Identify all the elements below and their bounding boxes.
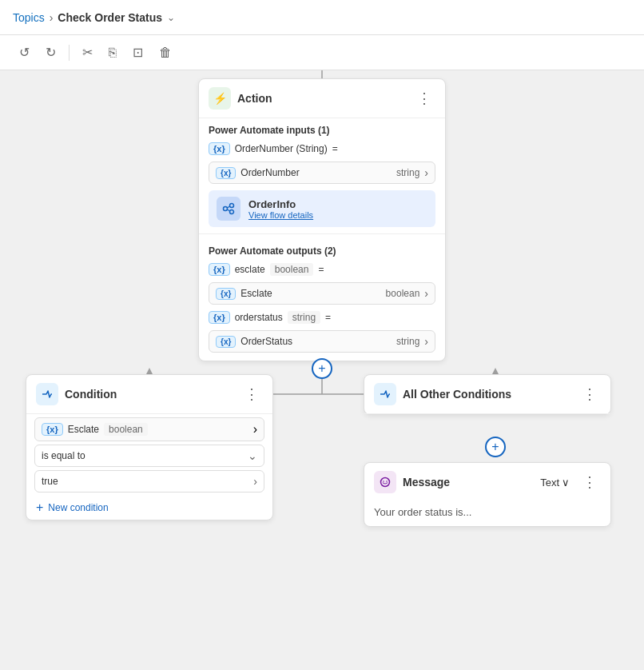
output1-eq: = [318,264,324,275]
other-conditions-title: All Other Conditions [403,388,573,401]
new-condition-label: New condition [48,502,108,513]
output1-field-arrow: › [424,287,428,300]
output2-var-row: {x} orderstatus string = [199,308,445,327]
section-divider [199,233,445,234]
input-var-badge: {x} [209,142,230,155]
output1-field-name: Esclate [241,288,380,299]
input-field-arrow: › [424,166,428,179]
other-conditions-header: All Other Conditions ⋮ [364,375,610,414]
action-icon: ⚡ [209,87,231,110]
inputs-label: Power Automate inputs (1) [199,118,445,139]
breadcrumb-separator: › [50,11,54,24]
condition-menu-button[interactable]: ⋮ [241,384,263,405]
output1-badge: {x} [209,263,230,276]
breadcrumb-chevron[interactable]: ⌄ [167,12,175,23]
other-conditions-card: All Other Conditions ⋮ [364,374,611,415]
copy-button[interactable]: ⎘ [102,41,123,65]
condition-operator-label: is equal to [42,450,85,461]
message-type-selector[interactable]: Text ∨ [540,477,570,489]
input-var-eq: = [332,143,338,154]
svg-point-12 [230,210,234,214]
add-node-button[interactable]: + [312,358,332,379]
breadcrumb-current: Check Order Status [58,11,162,24]
action-card: ⚡ Action ⋮ Power Automate inputs (1) {x}… [198,78,446,361]
toolbar-divider [69,45,70,61]
svg-line-14 [228,209,230,211]
paste-button[interactable]: ⊡ [126,40,149,65]
flow-link[interactable]: View flow details [248,210,313,220]
message-title: Message [403,476,534,489]
output1-type: boolean [270,263,314,276]
breadcrumb-current-label: Check Order Status [58,11,162,24]
message-card: Message Text ∨ ⋮ Your order status is... [364,462,611,527]
action-card-header: ⚡ Action ⋮ [199,79,445,118]
flow-name: OrderInfo [248,198,313,210]
output2-field-type: string [396,336,419,347]
other-conditions-icon [374,383,396,405]
svg-line-13 [228,206,230,208]
condition-var-arrow: › [253,422,257,437]
message-card-header: Message Text ∨ ⋮ [364,463,610,501]
svg-marker-7 [146,368,153,374]
condition-icon [36,383,58,405]
output1-field-row[interactable]: {x} Esclate boolean › [209,282,435,305]
output2-badge: {x} [209,311,230,324]
output2-field-name: OrderStatus [241,336,392,347]
topics-link[interactable]: Topics [13,11,45,24]
input-var-name: OrderNumber (String) [235,143,328,154]
condition-operator-row[interactable]: is equal to ⌄ [34,445,264,467]
condition-var-type: boolean [104,423,148,436]
condition-value-label: true [42,476,58,487]
action-title: Action [237,92,407,105]
undo-button[interactable]: ↺ [13,40,36,65]
condition-value-arrow: › [253,475,257,488]
svg-point-17 [386,481,388,482]
output2-field-arrow: › [424,335,428,348]
message-menu-button[interactable]: ⋮ [579,472,601,493]
canvas: ⚡ Action ⋮ Power Automate inputs (1) {x}… [0,70,644,670]
new-condition-plus-icon: + [36,501,43,515]
input-field-type: string [396,167,419,178]
cut-button[interactable]: ✂ [76,40,99,65]
toolbar: ↺ ↻ ✂ ⎘ ⊡ 🗑 [0,35,644,70]
message-type-chevron-icon: ∨ [562,477,570,489]
message-type-label: Text [540,477,559,489]
svg-point-10 [224,207,228,211]
breadcrumb-topics[interactable]: Topics [13,11,45,24]
condition-dropdown-chevron: ⌄ [248,449,257,462]
condition-card: Condition ⋮ {x} Esclate boolean › is equ… [26,374,273,520]
redo-button[interactable]: ↻ [39,40,62,65]
output2-type: string [288,311,320,324]
output2-eq: = [325,312,331,323]
condition-value-row[interactable]: true › [34,470,264,493]
output2-field-row[interactable]: {x} OrderStatus string › [209,330,435,353]
message-content: Your order status is... [364,501,610,526]
condition-card-header: Condition ⋮ [26,375,272,414]
input-field-row[interactable]: {x} OrderNumber string › [209,162,435,184]
output1-var-row: {x} esclate boolean = [199,260,445,279]
condition-var-name: Esclate [68,424,99,435]
delete-button[interactable]: 🗑 [153,41,178,65]
outputs-label: Power Automate outputs (2) [199,239,445,260]
message-icon [374,471,396,493]
flow-info-row: OrderInfo View flow details [209,190,435,227]
output2-name: orderstatus [235,312,283,323]
output1-name: esclate [235,264,265,275]
condition-var-badge: {x} [42,423,63,436]
output1-field-type: boolean [386,288,420,299]
output1-field-badge: {x} [216,288,236,300]
new-condition-button[interactable]: + New condition [26,496,118,520]
svg-point-15 [381,478,390,487]
input-field-badge: {x} [216,167,236,179]
svg-marker-8 [492,368,499,374]
other-conditions-menu-button[interactable]: ⋮ [579,384,601,405]
condition-var-row[interactable]: {x} Esclate boolean › [34,417,264,441]
flow-icon [217,197,241,221]
input-var-row: {x} OrderNumber (String) = [199,139,445,158]
output2-field-badge: {x} [216,336,236,348]
flow-info-text: OrderInfo View flow details [248,198,313,220]
action-menu-button[interactable]: ⋮ [414,88,435,109]
add-node-right-button[interactable]: + [485,437,506,457]
svg-point-16 [383,481,384,482]
lightning-icon: ⚡ [213,92,227,105]
